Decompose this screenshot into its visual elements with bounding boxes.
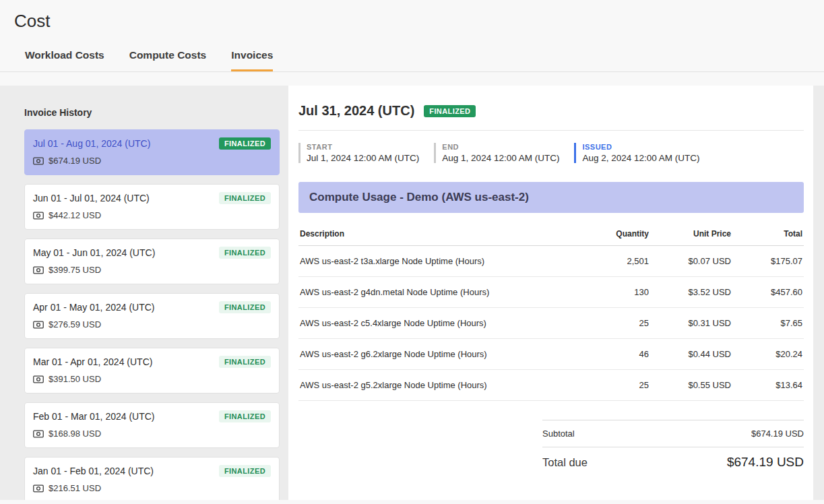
invoice-amount: $391.50 USD	[49, 374, 101, 384]
issued-date-label: ISSUED	[582, 143, 699, 151]
total-due-value: $674.19 USD	[727, 455, 804, 470]
invoice-item-footer: $674.19 USD	[33, 156, 271, 166]
banknote-icon	[33, 484, 44, 493]
usage-unit-price: $0.07 USD	[650, 246, 732, 277]
usage-table-row: AWS us-east-2 c5.4xlarge Node Uptime (Ho…	[298, 308, 804, 339]
usage-table-row: AWS us-east-2 t3a.xlarge Node Uptime (Ho…	[298, 246, 804, 277]
banknote-icon	[33, 375, 44, 383]
start-date-label: START	[307, 143, 419, 151]
invoice-item-header: Jul 01 - Aug 01, 2024 (UTC) FINALIZED	[33, 137, 271, 150]
end-date-block: END Aug 1, 2024 12:00 AM (UTC)	[434, 143, 559, 163]
invoice-amount: $399.75 USD	[49, 265, 101, 275]
invoice-list-item[interactable]: Jan 01 - Feb 01, 2024 (UTC) FINALIZED $2…	[24, 457, 280, 500]
usage-description: AWS us-east-2 g5.2xlarge Node Uptime (Ho…	[298, 370, 563, 401]
usage-description: AWS us-east-2 g4dn.metal Node Uptime (Ho…	[298, 277, 563, 308]
invoice-period: May 01 - Jun 01, 2024 (UTC)	[33, 247, 155, 258]
column-header-unit-price: Unit Price	[650, 221, 732, 246]
tab-bar: Workload Costs Compute Costs Invoices	[25, 49, 824, 71]
invoice-status-badge: FINALIZED	[219, 192, 271, 204]
banknote-icon	[33, 266, 44, 274]
invoice-list-item[interactable]: Jun 01 - Jul 01, 2024 (UTC) FINALIZED $4…	[24, 184, 280, 230]
invoice-item-header: Jan 01 - Feb 01, 2024 (UTC) FINALIZED	[33, 465, 271, 477]
invoice-history-panel: Invoice History Jul 01 - Aug 01, 2024 (U…	[24, 86, 280, 500]
usage-table-row: AWS us-east-2 g4dn.metal Node Uptime (Ho…	[298, 277, 804, 308]
cost-page: Cost Workload Costs Compute Costs Invoic…	[0, 0, 824, 500]
invoice-list-item[interactable]: Apr 01 - May 01, 2024 (UTC) FINALIZED $2…	[24, 293, 280, 339]
invoice-history-heading: Invoice History	[24, 107, 280, 118]
subtotal-row: Subtotal $674.19 USD	[542, 420, 804, 447]
banknote-icon	[33, 321, 44, 329]
subtotal-value: $674.19 USD	[751, 429, 804, 439]
total-due-label: Total due	[542, 456, 588, 469]
tab-compute-costs[interactable]: Compute Costs	[129, 49, 207, 71]
invoice-list-item[interactable]: May 01 - Jun 01, 2024 (UTC) FINALIZED $3…	[24, 239, 280, 284]
invoice-amount: $216.51 USD	[49, 483, 101, 493]
start-date-value: Jul 1, 2024 12:00 AM (UTC)	[307, 153, 419, 163]
usage-unit-price: $3.52 USD	[650, 277, 732, 308]
usage-description: AWS us-east-2 g6.2xlarge Node Uptime (Ho…	[298, 339, 563, 370]
invoice-item-footer: $442.12 USD	[33, 210, 271, 220]
issued-date-value: Aug 2, 2024 12:00 AM (UTC)	[582, 153, 699, 163]
usage-quantity: 25	[563, 308, 650, 339]
invoice-period: Feb 01 - Mar 01, 2024 (UTC)	[33, 411, 155, 422]
usage-quantity: 46	[563, 339, 650, 370]
invoice-list-item[interactable]: Jul 01 - Aug 01, 2024 (UTC) FINALIZED $6…	[24, 129, 280, 175]
invoice-status-badge: FINALIZED	[219, 356, 271, 368]
usage-description: AWS us-east-2 c5.4xlarge Node Uptime (Ho…	[298, 308, 563, 339]
invoice-item-footer: $399.75 USD	[33, 265, 271, 275]
usage-table: Description Quantity Unit Price Total AW…	[298, 221, 804, 401]
invoice-status-badge: FINALIZED	[424, 105, 476, 117]
invoice-item-header: May 01 - Jun 01, 2024 (UTC) FINALIZED	[33, 247, 271, 259]
start-date-block: START Jul 1, 2024 12:00 AM (UTC)	[298, 143, 419, 163]
invoice-period: Jul 01 - Aug 01, 2024 (UTC)	[33, 138, 150, 149]
usage-total: $20.24	[732, 339, 804, 370]
usage-total: $13.64	[732, 370, 804, 401]
usage-unit-price: $0.44 USD	[650, 339, 732, 370]
usage-unit-price: $0.55 USD	[650, 370, 732, 401]
invoice-period: Mar 01 - Apr 01, 2024 (UTC)	[33, 356, 152, 367]
invoice-item-footer: $168.98 USD	[33, 429, 271, 439]
invoice-period: Jun 01 - Jul 01, 2024 (UTC)	[33, 193, 150, 203]
usage-table-header-row: Description Quantity Unit Price Total	[298, 221, 804, 246]
title-divider	[298, 130, 804, 131]
usage-quantity: 25	[563, 370, 650, 401]
total-due-row: Total due $674.19 USD	[542, 447, 804, 477]
invoice-item-header: Apr 01 - May 01, 2024 (UTC) FINALIZED	[33, 301, 271, 313]
compute-usage-section-title: Compute Usage - Demo (AWS us-east-2)	[298, 182, 804, 213]
tab-workload-costs[interactable]: Workload Costs	[25, 49, 104, 71]
invoice-item-footer: $216.51 USD	[33, 483, 271, 493]
invoice-status-badge: FINALIZED	[219, 137, 271, 150]
usage-quantity: 2,501	[563, 246, 650, 277]
column-header-description: Description	[298, 221, 563, 246]
invoice-amount: $276.59 USD	[49, 319, 101, 329]
end-date-label: END	[442, 143, 559, 151]
tab-bar-divider	[0, 71, 824, 72]
invoice-period: Jan 01 - Feb 01, 2024 (UTC)	[33, 466, 154, 476]
banknote-icon	[33, 157, 44, 165]
invoice-totals: Subtotal $674.19 USD Total due $674.19 U…	[542, 420, 804, 477]
invoice-period: Apr 01 - May 01, 2024 (UTC)	[33, 302, 155, 313]
invoice-status-badge: FINALIZED	[219, 301, 271, 313]
column-header-total: Total	[732, 221, 804, 246]
subtotal-label: Subtotal	[542, 429, 575, 439]
invoice-detail-panel: Jul 31, 2024 (UTC) FINALIZED START Jul 1…	[288, 86, 813, 500]
content-area: Invoice History Jul 01 - Aug 01, 2024 (U…	[0, 86, 824, 500]
usage-table-row: AWS us-east-2 g6.2xlarge Node Uptime (Ho…	[298, 339, 804, 370]
usage-quantity: 130	[563, 277, 650, 308]
tab-invoices[interactable]: Invoices	[231, 49, 273, 71]
invoice-status-badge: FINALIZED	[219, 410, 271, 422]
invoice-status-badge: FINALIZED	[219, 465, 271, 477]
invoice-list-item[interactable]: Mar 01 - Apr 01, 2024 (UTC) FINALIZED $3…	[24, 348, 280, 393]
invoice-list-item[interactable]: Feb 01 - Mar 01, 2024 (UTC) FINALIZED $1…	[24, 402, 280, 448]
issued-date-block: ISSUED Aug 2, 2024 12:00 AM (UTC)	[574, 143, 699, 163]
invoice-item-header: Feb 01 - Mar 01, 2024 (UTC) FINALIZED	[33, 410, 271, 422]
page-title: Cost	[14, 11, 824, 32]
usage-total: $457.60	[732, 277, 804, 308]
invoice-detail-header: Jul 31, 2024 (UTC) FINALIZED	[298, 103, 804, 119]
invoice-item-header: Mar 01 - Apr 01, 2024 (UTC) FINALIZED	[33, 356, 271, 368]
page-header: Cost Workload Costs Compute Costs Invoic…	[0, 0, 824, 72]
usage-total: $7.65	[732, 308, 804, 339]
column-header-quantity: Quantity	[563, 221, 650, 246]
usage-table-row: AWS us-east-2 g5.2xlarge Node Uptime (Ho…	[298, 370, 804, 401]
usage-description: AWS us-east-2 t3a.xlarge Node Uptime (Ho…	[298, 246, 563, 277]
